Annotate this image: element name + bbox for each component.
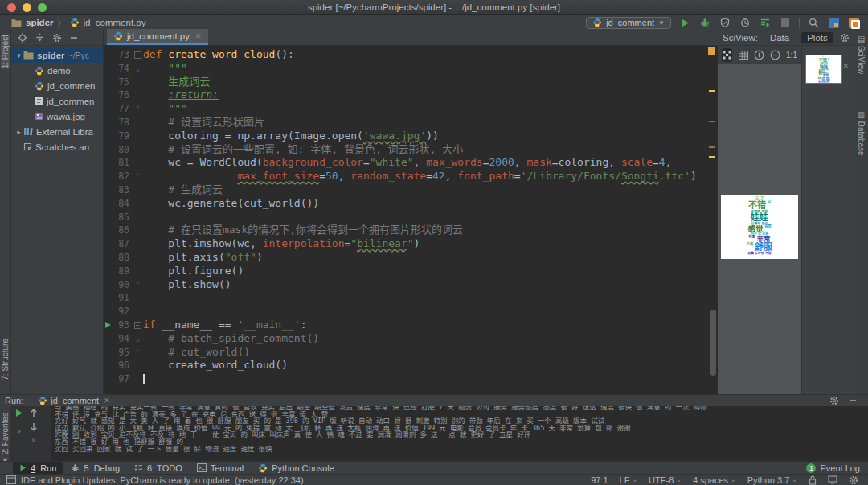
code-line-85[interactable]: 85 [104, 211, 718, 224]
code-line-76[interactable]: 76 :return: [104, 88, 718, 102]
zoom-out-button[interactable] [770, 48, 780, 62]
tool-window-button-python-console[interactable]: Python Console [252, 462, 341, 474]
code-line-81[interactable]: 81 wc = WordCloud(background_color="whit… [104, 156, 718, 170]
annotation-stripe[interactable] [706, 46, 718, 394]
profiler-button[interactable] [739, 16, 751, 29]
fold-up-icon[interactable]: ⌃ [133, 102, 143, 116]
fold-up-icon[interactable]: ⌃ [133, 346, 143, 360]
code-line-73[interactable]: 73−def create_word_cloud(): [104, 48, 718, 62]
lock-icon[interactable] [809, 475, 817, 485]
locate-file-icon[interactable] [18, 33, 27, 43]
tool-button-structure[interactable]: 7: Structure [1, 339, 10, 380]
close-run-tab-icon[interactable]: ✕ [104, 397, 110, 405]
code-line-89[interactable]: 89 plt.figure() [104, 265, 718, 278]
run-tab-jd-comment[interactable]: jd_comment ✕ [38, 396, 109, 405]
fold-box-icon[interactable]: − [134, 322, 141, 329]
code-line-92[interactable]: 92 [104, 305, 718, 319]
editor-scrollbar[interactable] [710, 310, 716, 376]
wordcloud-plot-image[interactable]: 三 了不错好很细腻 不错娃娃自提车 很好感觉很赞特价 很 刺激特惠非常高端舒服质… [721, 195, 798, 259]
code-line-78[interactable]: 78 # 设置词云形状图片 [104, 116, 718, 129]
coverage-button[interactable] [719, 16, 731, 29]
chevron-right-icon[interactable]: ▸ [14, 128, 23, 136]
skip-icon[interactable]: » [31, 436, 35, 444]
tool-window-button-terminal[interactable]: Terminal [190, 462, 251, 474]
down-stack-trace-icon[interactable] [30, 422, 38, 431]
grid-view-button[interactable] [738, 48, 748, 62]
breadcrumb-file[interactable]: jd_comment.py [84, 18, 146, 27]
gear-icon[interactable] [829, 396, 839, 405]
window-updates-icon[interactable] [6, 475, 16, 484]
zoom-in-button[interactable] [754, 48, 764, 62]
editor-tab-jd-comment[interactable]: jd_comment.py ✕ [107, 29, 208, 45]
fold-minus-icon[interactable]: − [133, 48, 143, 62]
status-widget-0[interactable]: 97:1 [591, 475, 608, 485]
tab-plots[interactable]: Plots [801, 32, 833, 43]
code-line-97[interactable]: 97 [104, 372, 718, 386]
plugin-a-icon[interactable] [827, 16, 840, 29]
gear-icon[interactable] [840, 33, 850, 43]
run-line-icon[interactable] [104, 319, 113, 332]
monitor-icon[interactable] [828, 475, 837, 484]
skip-to-end-icon[interactable]: » [17, 427, 21, 435]
fold-up-icon[interactable]: ⌃ [133, 278, 143, 292]
tool-window-button-5-debug[interactable]: 5: Debug [64, 462, 126, 474]
fold-down-icon[interactable]: ⌄ [133, 62, 143, 76]
code-line-82[interactable]: 82⌃ max_font_size=50, random_state=42, f… [104, 170, 718, 183]
code-line-87[interactable]: 87 plt.imshow(wc, interpolation="bilinea… [104, 237, 718, 251]
status-widget-4[interactable]: Python 3.7⌄ [747, 475, 797, 485]
chevron-down-icon[interactable]: ▾ [14, 51, 23, 60]
tool-window-button-4-run[interactable]: 4: Run [13, 462, 63, 474]
code-line-84[interactable]: 84 wc.generate(cut_world()) [104, 197, 718, 211]
run-configuration-select[interactable]: jd_comment ▼ [586, 17, 671, 29]
code-line-96[interactable]: 96 create_word_cloud() [104, 359, 718, 372]
zoom-window-button[interactable] [38, 3, 47, 12]
code-line-83[interactable]: 83 # 生成词云 [104, 183, 718, 197]
run-dashboard-button[interactable] [759, 16, 772, 29]
intention-bulb-icon[interactable] [133, 359, 143, 372]
code-line-75[interactable]: 75 生成词云 [104, 76, 718, 89]
console-output[interactable]: 与 美感 描绘 的 充实 充实一致 一致 非常 满意 真的 很 喜欢 充实 超出… [51, 406, 868, 462]
hide-panel-icon[interactable] [70, 34, 78, 42]
code-line-94[interactable]: 94⌄ # batch_spider_comment() [104, 332, 718, 346]
fold-up-icon[interactable]: ⌃ [133, 170, 143, 183]
code-line-86[interactable]: 86 # 在只设置mask的情况下,你将会得到一个拥有图片形状的词云 [104, 224, 718, 237]
tool-button-sciview[interactable]: ▤ SciView [857, 35, 866, 74]
tree-item-external-libra[interactable]: ▸External Libra [11, 124, 103, 139]
close-window-button[interactable] [7, 3, 16, 12]
fit-to-screen-button[interactable] [722, 48, 732, 62]
tab-data[interactable]: Data [764, 32, 795, 43]
breadcrumb-project[interactable]: spider [26, 18, 54, 27]
tree-item-demo[interactable]: demo [11, 63, 103, 78]
collapse-all-icon[interactable] [35, 33, 44, 42]
code-line-74[interactable]: 74⌄ """ [104, 62, 718, 76]
event-log-button[interactable]: Event Log [820, 463, 860, 473]
tool-button-project[interactable]: 1: Project [1, 35, 10, 68]
plugin-b-icon[interactable] [847, 16, 860, 29]
gear-icon[interactable] [52, 33, 62, 43]
tool-button-favorites[interactable]: ★ 2: Favorites [1, 413, 10, 466]
status-widget-3[interactable]: 4 spaces⌄ [693, 475, 736, 485]
code-line-79[interactable]: 79 coloring = np.array(Image.open('wawa.… [104, 129, 718, 143]
status-widget-1[interactable]: LF⌄ [620, 475, 638, 485]
minimize-window-button[interactable] [23, 3, 31, 12]
status-widget-2[interactable]: UTF-8⌄ [649, 475, 682, 485]
hide-panel-icon[interactable] [849, 397, 857, 405]
gear-icon[interactable] [849, 475, 858, 485]
search-everywhere-button[interactable] [807, 16, 820, 29]
tool-window-button-6-todo[interactable]: 6: TODO [128, 462, 189, 474]
fold-box-icon[interactable]: − [134, 51, 141, 59]
up-stack-trace-icon[interactable] [30, 409, 38, 417]
code-line-95[interactable]: 95⌃ # cut_world() [104, 346, 718, 360]
code-area[interactable]: 73−def create_word_cloud():74⌄ """75 生成词… [104, 46, 718, 394]
code-line-90[interactable]: 90⌃ plt.show() [104, 278, 718, 292]
run-arrow-icon[interactable] [105, 322, 111, 328]
close-tab-icon[interactable]: ✕ [195, 32, 202, 40]
tree-item-spider[interactable]: ▾spider~/Pyc [11, 47, 103, 63]
status-message[interactable]: IDE and Plugin Updates: PyCharm is ready… [21, 475, 304, 485]
tree-item-wawa-jpg[interactable]: wawa.jpg [11, 109, 103, 124]
plot-thumbnail[interactable]: 三 了不错好很细腻 不错娃娃自提车 很好感觉很赞特价 很 刺激特惠非常高端舒服质… [805, 55, 842, 84]
tree-item-jd-commen[interactable]: jd_commen [11, 93, 103, 109]
tool-button-database[interactable]: ▥ Database [857, 110, 866, 156]
close-plot-icon[interactable]: ✕ [842, 62, 849, 70]
rerun-button[interactable] [14, 409, 23, 417]
